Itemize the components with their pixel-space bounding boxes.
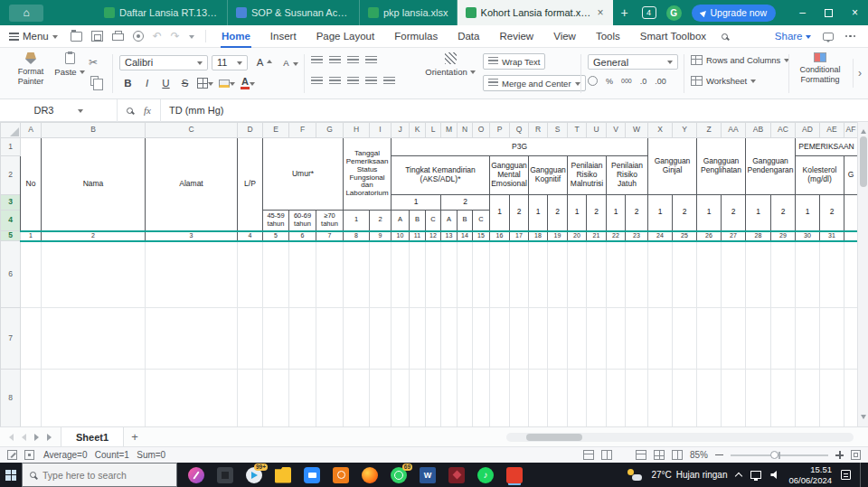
whatsapp-icon[interactable]: 69 [391,467,407,483]
header-gangguan-penglihatan[interactable]: Gangguan Penglihatan [697,138,746,195]
grid-cell[interactable] [746,308,771,370]
display-tray-icon[interactable] [750,471,761,479]
font-color-button[interactable]: A [239,75,257,91]
numbering-cell-13[interactable]: 13 [441,231,458,241]
grid-cell[interactable] [146,241,238,308]
show-desktop-button[interactable] [860,463,864,487]
grid-cell[interactable] [392,308,410,370]
numbering-cell-29[interactable]: 29 [771,231,796,241]
doc-tab-sop-susunan[interactable]: SOP & Susunan Acara.docx [228,0,360,25]
numbering-cell-15[interactable]: 15 [473,231,490,241]
messenger-app-icon[interactable]: 99+ [246,467,262,483]
grid-cell[interactable] [490,241,510,308]
grid-cell[interactable] [796,308,820,370]
column-header-A[interactable]: A [21,123,42,138]
align-bottom-icon[interactable] [347,56,359,65]
page-break-view-icon[interactable] [672,450,683,460]
thousand-separator-icon[interactable]: 000 [621,78,632,84]
column-header-U[interactable]: U [587,123,607,138]
numbering-cell-25[interactable]: 25 [673,231,697,241]
ginjal-2-cell[interactable]: 2 [673,195,697,231]
header-gangguan-mental[interactable]: Gangguan Mental Emosional [490,156,529,195]
umur-70-cell[interactable]: ≥70 tahun [316,211,344,231]
tab-smart-toolbox[interactable]: Smart Toolbox [630,25,716,48]
row-header-1[interactable]: 1 [1,138,21,156]
grid-cell[interactable] [441,308,458,370]
grid-cell[interactable] [21,370,42,427]
cell-mode-icon[interactable] [7,450,17,460]
grid-cell[interactable] [410,370,426,427]
numbering-cell-26[interactable]: 26 [697,231,722,241]
column-header-N[interactable]: N [458,123,473,138]
grid-cell[interactable] [490,308,510,370]
header-gangguan-pendengaran[interactable]: Gangguan Pendengaran [746,138,796,195]
grid-cell[interactable] [426,308,441,370]
grid-cell[interactable] [697,308,722,370]
tab-review[interactable]: Review [489,25,543,48]
header-alamat[interactable]: Alamat [146,138,238,231]
sheet-tab-sheet1[interactable]: Sheet1 [61,427,124,447]
header-partial-right[interactable]: G [844,156,858,195]
open-file-icon[interactable] [71,32,82,42]
grid-cell[interactable] [648,370,673,427]
header-p3g[interactable]: P3G [392,138,648,156]
hidden-icons-chevron[interactable] [735,473,742,480]
column-header-AB[interactable]: AB [746,123,771,138]
grid-cell[interactable] [441,241,458,308]
column-header-V[interactable]: V [607,123,626,138]
increase-decimal-icon[interactable]: .0 [640,77,647,86]
aks2-c-cell[interactable]: C [473,211,490,231]
mental-1-cell[interactable]: 1 [490,195,510,231]
grid-cell[interactable] [473,308,490,370]
ginjal-1-cell[interactable]: 1 [648,195,673,231]
grid-cell[interactable] [344,370,370,427]
macro-record-icon[interactable] [24,450,34,460]
grid-cell[interactable] [263,370,289,427]
zoom-app-icon[interactable] [304,467,320,483]
grid-cell[interactable] [146,308,238,370]
grid-cell[interactable] [697,370,722,427]
comment-icon[interactable] [823,33,834,41]
grid-cell[interactable] [697,241,722,308]
grid-cell[interactable] [796,370,820,427]
grid-cell[interactable] [746,370,771,427]
grid-cell[interactable] [370,241,392,308]
zoom-in-icon[interactable] [835,451,844,459]
wrap-text-button[interactable]: Wrap Text [483,53,545,70]
column-header-R[interactable]: R [529,123,548,138]
weather-temp[interactable]: 27°C [651,470,671,480]
merge-and-center-button[interactable]: Merge and Center [483,75,586,91]
numbering-cell-22[interactable]: 22 [607,231,626,241]
zoom-slider[interactable] [731,454,828,456]
name-box[interactable]: DR3 [0,99,118,122]
column-header-D[interactable]: D [238,123,263,138]
mental-2-cell[interactable]: 2 [510,195,529,231]
chart-tools-icon[interactable] [601,450,612,460]
column-header-Q[interactable]: Q [510,123,529,138]
grid-cell[interactable] [410,308,426,370]
doc-tab-kohort-lansia-active[interactable]: Kohort Lansia format.xl... × [458,0,613,25]
grid-cell[interactable] [426,241,441,308]
grid-cell[interactable] [238,308,263,370]
paste-button[interactable]: Paste [54,52,85,78]
word-app-icon[interactable]: W [420,467,436,483]
column-header-AD[interactable]: AD [796,123,820,138]
tab-page-layout[interactable]: Page Layout [307,25,385,48]
numbering-cell-21[interactable]: 21 [587,231,607,241]
grid-cell[interactable] [771,370,796,427]
grid-cell[interactable] [42,370,146,427]
tab-home[interactable]: Home [212,25,260,48]
pendengaran-1-cell[interactable]: 1 [746,195,771,231]
game-app-icon[interactable] [448,467,465,483]
grid-cell[interactable] [626,241,648,308]
ribbon-more-button[interactable]: › [853,59,866,88]
numbering-cell-27[interactable]: 27 [722,231,746,241]
page-layout-view-icon[interactable] [654,450,665,460]
indent-increase-icon[interactable] [383,77,395,86]
grid-cell[interactable] [289,241,316,308]
grid-cell[interactable] [648,241,673,308]
wps-office-icon[interactable] [506,467,523,483]
grow-font-button[interactable]: A [251,54,274,70]
select-all-corner[interactable] [1,123,21,138]
numbering-cell-28[interactable]: 28 [746,231,771,241]
